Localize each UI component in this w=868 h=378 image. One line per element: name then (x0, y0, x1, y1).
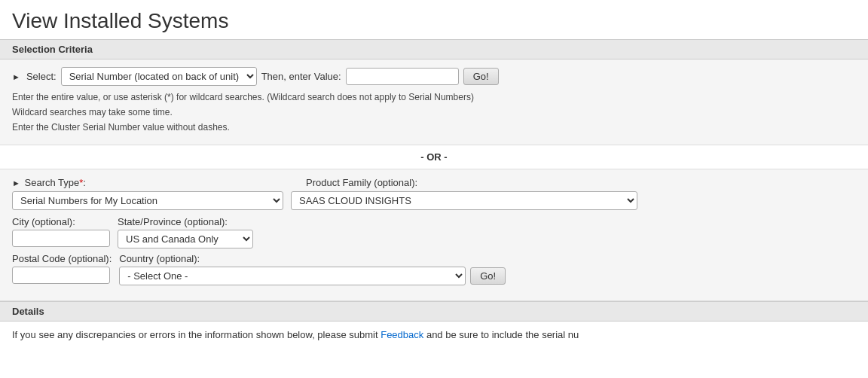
feedback-link[interactable]: Feedback (381, 329, 423, 340)
state-label: State/Province (optional): (118, 216, 253, 227)
country-select[interactable]: - Select One - United States Canada (119, 267, 466, 285)
city-state-row: City (optional): State/Province (optiona… (12, 216, 856, 248)
details-text-after: and be sure to include the serial nu (423, 329, 579, 340)
arrow-icon: ► (12, 72, 20, 81)
search-type-product-row: Serial Numbers for My Location All Seria… (12, 191, 856, 210)
product-family-select[interactable]: SAAS CLOUD INSIGHTS All (291, 191, 637, 210)
select-row: ► Select: Serial Number (located on back… (12, 67, 856, 86)
state-province-select[interactable]: US and Canada Only All (118, 230, 253, 248)
selection-criteria-header: Selection Criteria (0, 39, 868, 59)
hint2: Wildcard searches may take some time. (12, 105, 856, 119)
select-dropdown[interactable]: Serial Number (located on back of unit) (61, 67, 257, 86)
city-field-group: City (optional): (12, 216, 110, 247)
arrow-icon-2: ► (12, 178, 20, 187)
criteria-block: ► Select: Serial Number (located on back… (0, 59, 868, 145)
state-field-group: State/Province (optional): US and Canada… (118, 216, 253, 248)
details-section: Details If you see any discrepancies or … (0, 301, 868, 349)
search-type-label: Search Type (25, 177, 80, 188)
search-type-select[interactable]: Serial Numbers for My Location All Seria… (12, 191, 283, 210)
search-labels-row: ► Search Type*: Product Family (optional… (12, 177, 856, 188)
city-input[interactable] (12, 230, 110, 247)
hint3: Enter the Cluster Serial Number value wi… (12, 120, 856, 134)
product-family-label: Product Family (optional): (306, 177, 417, 188)
country-label: Country (optional): (119, 253, 506, 264)
select-label: Select: (26, 71, 57, 82)
country-field-group: Country (optional): - Select One - Unite… (119, 253, 506, 285)
city-label: City (optional): (12, 216, 110, 227)
hint1: Enter the entire value, or use asterisk … (12, 90, 856, 104)
country-select-group: - Select One - United States Canada Go! (119, 267, 506, 285)
details-header: Details (0, 302, 868, 322)
colon: : (83, 177, 86, 188)
top-go-button[interactable]: Go! (463, 68, 499, 85)
postal-label: Postal Code (optional): (12, 253, 112, 264)
bottom-go-button[interactable]: Go! (470, 267, 506, 285)
then-label: Then, enter Value: (261, 71, 341, 82)
page-title: View Installed Systems (0, 0, 868, 39)
details-body: If you see any discrepancies or errors i… (0, 322, 868, 349)
postal-field-group: Postal Code (optional): (12, 253, 112, 284)
postal-input[interactable] (12, 267, 110, 284)
search-block: ► Search Type*: Product Family (optional… (0, 169, 868, 301)
details-text-before: If you see any discrepancies or errors i… (12, 329, 381, 340)
postal-country-row: Postal Code (optional): Country (optiona… (12, 253, 856, 285)
or-divider: - OR - (0, 145, 868, 169)
search-type-label-group: ► Search Type*: (12, 177, 291, 188)
value-input[interactable] (346, 68, 459, 85)
